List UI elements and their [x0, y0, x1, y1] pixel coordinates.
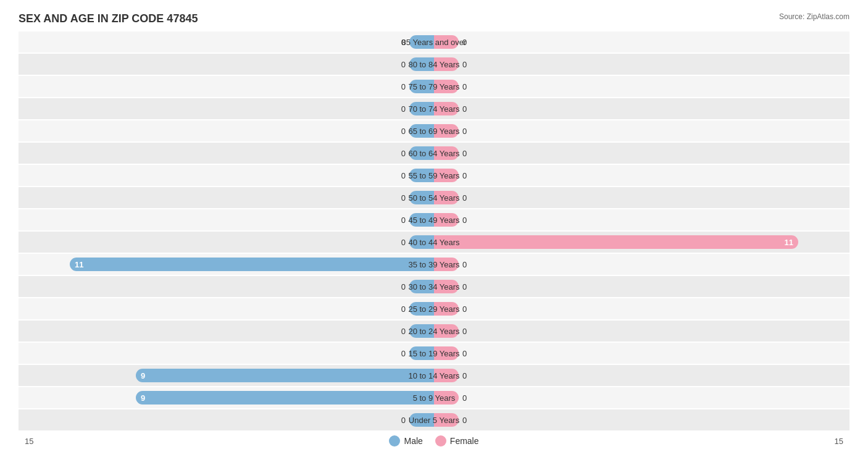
bar-row: 065 to 69 Years0 — [19, 120, 849, 141]
female-bar — [434, 258, 459, 271]
right-side: 0 — [434, 321, 849, 342]
male-zero-value: 0 — [401, 149, 406, 158]
legend-female: Female — [435, 435, 479, 447]
left-side: 11 — [19, 254, 434, 275]
legend: Male Female — [389, 435, 478, 447]
female-zero-value: 0 — [462, 260, 467, 269]
female-bar — [434, 124, 459, 138]
bar-row: 045 to 49 Years0 — [19, 209, 849, 230]
left-side: 0 — [19, 187, 434, 208]
left-side: 0 — [19, 143, 434, 164]
right-side: 0 — [434, 365, 849, 386]
legend-female-label: Female — [450, 436, 479, 446]
axis-label-left: 15 — [25, 437, 33, 446]
legend-male: Male — [389, 435, 422, 447]
female-zero-value: 0 — [462, 171, 467, 180]
left-side: 0 — [19, 276, 434, 297]
left-side: 0 — [19, 120, 434, 141]
female-zero-value: 0 — [462, 216, 467, 225]
female-zero-value: 0 — [462, 193, 467, 203]
male-bar — [409, 80, 434, 93]
left-side: 0 — [19, 54, 434, 75]
female-zero-value: 0 — [462, 371, 467, 380]
source-text: Source: ZipAtlas.com — [779, 12, 849, 21]
male-bar-value: 11 — [75, 260, 83, 269]
female-zero-value: 0 — [462, 416, 467, 425]
female-zero-value: 0 — [462, 282, 467, 291]
male-bar — [409, 302, 434, 316]
left-side: 9 — [19, 387, 434, 408]
bar-row: 030 to 34 Years0 — [19, 276, 849, 297]
bar-row: 070 to 74 Years0 — [19, 98, 849, 119]
female-bar — [434, 391, 459, 405]
male-zero-value: 0 — [401, 282, 406, 291]
bar-row: 085 Years and over0 — [19, 31, 849, 52]
female-zero-value: 0 — [462, 149, 467, 158]
left-side: 0 — [19, 321, 434, 342]
right-side: 0 — [434, 98, 849, 119]
female-bar — [434, 369, 459, 382]
left-side: 0 — [19, 343, 434, 364]
bar-row: 080 to 84 Years0 — [19, 54, 849, 75]
female-bar — [434, 280, 459, 293]
female-zero-value: 0 — [462, 127, 467, 136]
female-zero-value: 0 — [462, 82, 467, 91]
right-side: 0 — [434, 31, 849, 52]
bar-row: 910 to 14 Years0 — [19, 365, 849, 386]
left-side: 0 — [19, 409, 434, 430]
right-side: 0 — [434, 120, 849, 141]
bar-row: 020 to 24 Years0 — [19, 321, 849, 342]
male-zero-value: 0 — [401, 38, 406, 47]
male-bar: 11 — [70, 258, 434, 271]
bar-row: 0Under 5 Years0 — [19, 409, 849, 430]
legend-male-color — [389, 435, 400, 447]
male-bar — [409, 280, 434, 293]
right-side: 0 — [434, 187, 849, 208]
right-side: 0 — [434, 343, 849, 364]
male-bar — [409, 191, 434, 204]
male-bar — [409, 213, 434, 227]
right-side: 0 — [434, 54, 849, 75]
chart-title: SEX AND AGE IN ZIP CODE 47845 — [19, 12, 198, 25]
male-zero-value: 0 — [401, 327, 406, 336]
male-zero-value: 0 — [401, 193, 406, 203]
male-zero-value: 0 — [401, 127, 406, 136]
right-side: 0 — [434, 276, 849, 297]
male-bar — [409, 35, 434, 49]
male-zero-value: 0 — [401, 238, 406, 247]
left-side: 0 — [19, 209, 434, 230]
right-side: 11 — [434, 232, 849, 253]
right-side: 0 — [434, 165, 849, 186]
legend-female-color — [435, 435, 446, 447]
female-zero-value: 0 — [462, 104, 467, 114]
male-zero-value: 0 — [401, 104, 406, 114]
female-bar — [434, 324, 459, 338]
female-bar — [434, 213, 459, 227]
male-bar — [409, 413, 434, 427]
legend-male-label: Male — [404, 436, 422, 446]
female-zero-value: 0 — [462, 393, 467, 403]
male-bar — [409, 124, 434, 138]
bar-row: 040 to 44 Years11 — [19, 232, 849, 253]
female-bar — [434, 146, 459, 160]
bar-row: 015 to 19 Years0 — [19, 343, 849, 364]
bar-row: 050 to 54 Years0 — [19, 187, 849, 208]
male-bar-value: 9 — [141, 371, 145, 380]
bar-row: 1135 to 39 Years0 — [19, 254, 849, 275]
right-side: 0 — [434, 76, 849, 97]
female-bar — [434, 413, 459, 427]
female-bar — [434, 346, 459, 360]
right-side: 0 — [434, 387, 849, 408]
male-zero-value: 0 — [401, 216, 406, 225]
male-zero-value: 0 — [401, 60, 406, 69]
female-zero-value: 0 — [462, 349, 467, 358]
female-bar: 11 — [434, 235, 798, 249]
right-side: 0 — [434, 143, 849, 164]
female-bar — [434, 35, 459, 49]
bar-row: 025 to 29 Years0 — [19, 298, 849, 319]
male-bar: 9 — [136, 369, 434, 382]
female-bar — [434, 57, 459, 71]
left-side: 0 — [19, 298, 434, 319]
male-bar: 9 — [136, 391, 434, 405]
female-zero-value: 0 — [462, 38, 467, 47]
